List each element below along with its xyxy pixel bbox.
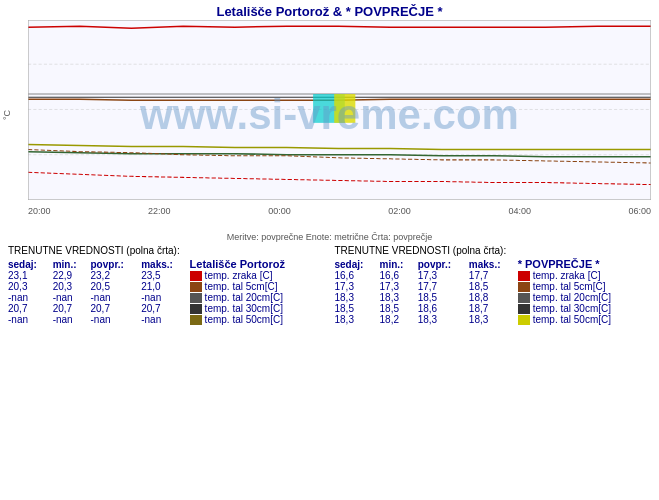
cell-povpr: 20,5 bbox=[91, 281, 142, 292]
station2-table: sedaj: min.: povpr.: maks.: * POVPREČJE … bbox=[335, 258, 652, 325]
legend-cell: temp. tal 30cm[C] bbox=[190, 303, 325, 314]
station2-header-sedaj: sedaj: bbox=[335, 258, 380, 270]
y-axis-label: °C bbox=[2, 110, 12, 120]
cell-sedaj: 18,3 bbox=[335, 314, 380, 325]
cell-povpr: -nan bbox=[91, 292, 142, 303]
xaxis-label-1: 22:00 bbox=[148, 206, 171, 216]
chart-svg: 22 20 18 bbox=[28, 20, 651, 200]
cell-min: 22,9 bbox=[53, 270, 91, 281]
legend-color-box bbox=[518, 304, 530, 314]
legend-cell: temp. tal 50cm[C] bbox=[190, 314, 325, 325]
cell-min: -nan bbox=[53, 292, 91, 303]
chart-area: Letališče Portorož & * POVPREČJE * °C 22… bbox=[0, 0, 659, 230]
table-row: 18,518,518,618,7temp. tal 30cm[C] bbox=[335, 303, 652, 314]
legend-cell: temp. zraka [C] bbox=[190, 270, 325, 281]
station2-subheader: TRENUTNE VREDNOSTI (polna črta): bbox=[335, 245, 652, 256]
cell-maks: 23,5 bbox=[141, 270, 189, 281]
cell-povpr: 23,2 bbox=[91, 270, 142, 281]
cell-maks: 18,3 bbox=[469, 314, 518, 325]
cell-min: 18,5 bbox=[380, 303, 418, 314]
legend-label: temp. zraka [C] bbox=[205, 270, 273, 281]
station1-header-maks: maks.: bbox=[141, 258, 189, 270]
xaxis-label-4: 04:00 bbox=[508, 206, 531, 216]
cell-maks: -nan bbox=[141, 292, 189, 303]
cell-sedaj: 17,3 bbox=[335, 281, 380, 292]
legend-color-box bbox=[190, 304, 202, 314]
legend-label: temp. tal 20cm[C] bbox=[533, 292, 611, 303]
station1-header-povpr: povpr.: bbox=[91, 258, 142, 270]
table-row: 20,720,720,720,7temp. tal 30cm[C] bbox=[8, 303, 325, 314]
cell-min: 20,3 bbox=[53, 281, 91, 292]
table-row: -nan-nan-nan-nantemp. tal 50cm[C] bbox=[8, 314, 325, 325]
legend-label: temp. tal 50cm[C] bbox=[533, 314, 611, 325]
cell-povpr: -nan bbox=[91, 314, 142, 325]
cell-maks: 18,8 bbox=[469, 292, 518, 303]
cell-sedaj: 23,1 bbox=[8, 270, 53, 281]
main-container: Letališče Portorož & * POVPREČJE * °C 22… bbox=[0, 0, 659, 500]
legend-cell: temp. zraka [C] bbox=[518, 270, 651, 281]
station1-header-min: min.: bbox=[53, 258, 91, 270]
legend-color-box bbox=[190, 293, 202, 303]
cell-maks: 18,7 bbox=[469, 303, 518, 314]
xaxis-label-5: 06:00 bbox=[628, 206, 651, 216]
station2-header-povpr: povpr.: bbox=[418, 258, 469, 270]
x-axis: 20:00 22:00 00:00 02:00 04:00 06:00 bbox=[28, 206, 651, 216]
cell-sedaj: 20,3 bbox=[8, 281, 53, 292]
xaxis-label-3: 02:00 bbox=[388, 206, 411, 216]
legend-label: temp. tal 30cm[C] bbox=[533, 303, 611, 314]
table-row: 18,318,318,518,8temp. tal 20cm[C] bbox=[335, 292, 652, 303]
cell-maks: 21,0 bbox=[141, 281, 189, 292]
meritve-label: Meritve: povprečne Enote: metrične Črta:… bbox=[0, 230, 659, 243]
cell-sedaj: -nan bbox=[8, 314, 53, 325]
xaxis-label-2: 00:00 bbox=[268, 206, 291, 216]
cell-min: 18,2 bbox=[380, 314, 418, 325]
legend-label: temp. tal 50cm[C] bbox=[205, 314, 283, 325]
data-section: TRENUTNE VREDNOSTI (polna črta): sedaj: … bbox=[0, 243, 659, 500]
cell-povpr: 17,3 bbox=[418, 270, 469, 281]
table-row: 23,122,923,223,5temp. zraka [C] bbox=[8, 270, 325, 281]
cell-min: 20,7 bbox=[53, 303, 91, 314]
chart-lines: 22 20 18 bbox=[28, 20, 651, 200]
station2-block: TRENUTNE VREDNOSTI (polna črta): sedaj: … bbox=[335, 245, 652, 500]
station1-block: TRENUTNE VREDNOSTI (polna črta): sedaj: … bbox=[8, 245, 325, 500]
chart-title: Letališče Portorož & * POVPREČJE * bbox=[0, 0, 659, 21]
table-row: 16,616,617,317,7temp. zraka [C] bbox=[335, 270, 652, 281]
cell-maks: 17,7 bbox=[469, 270, 518, 281]
cell-maks: 18,5 bbox=[469, 281, 518, 292]
legend-color-box bbox=[190, 271, 202, 281]
station1-header-sedaj: sedaj: bbox=[8, 258, 53, 270]
cell-maks: -nan bbox=[141, 314, 189, 325]
legend-label: temp. tal 30cm[C] bbox=[205, 303, 283, 314]
legend-label: temp. zraka [C] bbox=[533, 270, 601, 281]
cell-sedaj: -nan bbox=[8, 292, 53, 303]
cell-povpr: 18,5 bbox=[418, 292, 469, 303]
station2-header-maks: maks.: bbox=[469, 258, 518, 270]
station1-name-header: Letališče Portorož bbox=[190, 258, 325, 270]
legend-cell: temp. tal 20cm[C] bbox=[518, 292, 651, 303]
svg-rect-8 bbox=[334, 94, 355, 123]
legend-color-box bbox=[190, 315, 202, 325]
legend-color-box bbox=[518, 282, 530, 292]
legend-color-box bbox=[518, 293, 530, 303]
legend-label: temp. tal 5cm[C] bbox=[205, 281, 278, 292]
station2-header-min: min.: bbox=[380, 258, 418, 270]
legend-label: temp. tal 5cm[C] bbox=[533, 281, 606, 292]
table-row: 18,318,218,318,3temp. tal 50cm[C] bbox=[335, 314, 652, 325]
table-row: 17,317,317,718,5temp. tal 5cm[C] bbox=[335, 281, 652, 292]
legend-cell: temp. tal 5cm[C] bbox=[190, 281, 325, 292]
cell-povpr: 18,3 bbox=[418, 314, 469, 325]
table-row: 20,320,320,521,0temp. tal 5cm[C] bbox=[8, 281, 325, 292]
cell-sedaj: 16,6 bbox=[335, 270, 380, 281]
legend-color-box bbox=[518, 271, 530, 281]
legend-color-box bbox=[518, 315, 530, 325]
cell-povpr: 18,6 bbox=[418, 303, 469, 314]
cell-min: 16,6 bbox=[380, 270, 418, 281]
station2-name-header: * POVPREČJE * bbox=[518, 258, 651, 270]
cell-min: 17,3 bbox=[380, 281, 418, 292]
cell-povpr: 17,7 bbox=[418, 281, 469, 292]
legend-cell: temp. tal 30cm[C] bbox=[518, 303, 651, 314]
xaxis-label-0: 20:00 bbox=[28, 206, 51, 216]
cell-sedaj: 18,5 bbox=[335, 303, 380, 314]
legend-label: temp. tal 20cm[C] bbox=[205, 292, 283, 303]
table-row: -nan-nan-nan-nantemp. tal 20cm[C] bbox=[8, 292, 325, 303]
